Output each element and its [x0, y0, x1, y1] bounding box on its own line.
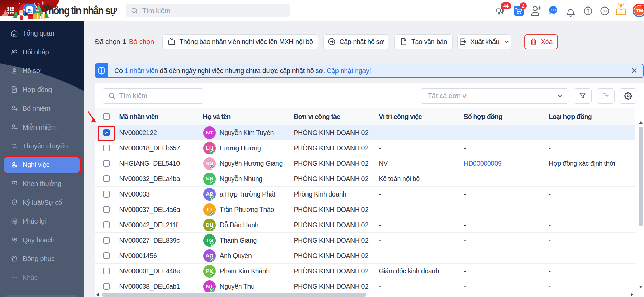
svg-text:TM: TM: [636, 8, 643, 13]
